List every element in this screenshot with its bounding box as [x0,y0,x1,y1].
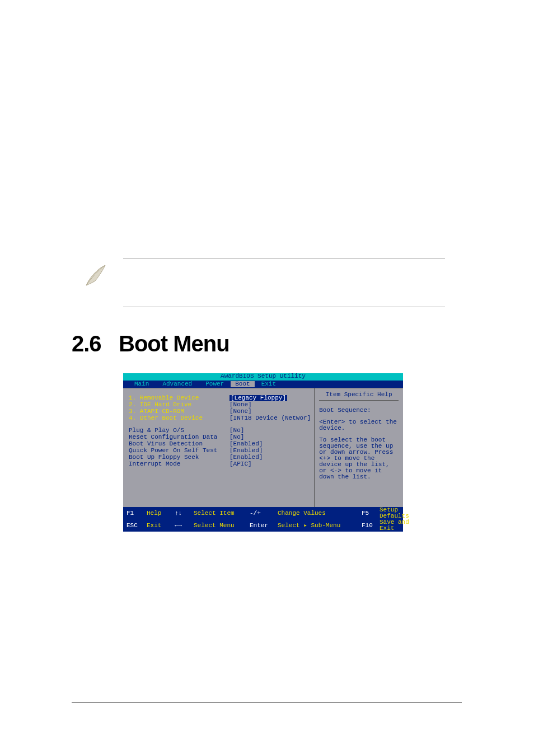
bios-title: AwardBIOS Setup Utility [123,373,403,381]
bios-help-panel: Item Specific Help Boot Sequence: <Enter… [315,388,403,507]
section-title: Boot Menu [119,331,229,356]
row-label[interactable]: Reset Configuration Data [129,434,229,440]
footer-label: Change Values [278,510,362,516]
footer-label: Select Item [194,510,250,516]
boot-row: 4. Other Boot Device[INT18 Device (Netwo… [129,415,311,421]
tab-exit[interactable]: Exit [255,381,283,387]
row-label[interactable]: 1. Removable Device [129,395,229,401]
row-value[interactable]: [APIC] [229,461,252,467]
row-value[interactable]: [Enabled] [229,448,263,454]
footer-key: F10 [362,523,380,529]
help-text-1: Boot Sequence: [319,407,399,414]
footer-label: Select ▸ Sub-Menu [278,523,362,529]
note-divider-top [123,259,445,259]
bios-screenshot: AwardBIOS Setup Utility Main Advanced Po… [123,373,403,532]
row-value[interactable]: [None] [229,402,252,408]
row-label[interactable]: Quick Power On Self Test [129,448,229,454]
footer-key: F1 [127,510,147,516]
footer-label: Help [147,510,175,516]
footer-key: -/+ [250,510,278,516]
footer-label: Setup Defaults [380,507,409,519]
bios-body: 1. Removable Device[Legacy Floppy] 2. ID… [123,388,403,507]
boot-row: 2. IDE Hard Drive[None] [129,402,311,408]
note-feather-icon [83,262,110,289]
footer-label: Exit [147,523,175,529]
row-label[interactable]: 4. Other Boot Device [129,415,229,421]
help-title: Item Specific Help [319,392,399,401]
row-value[interactable]: [No] [229,434,244,440]
footer-key: F5 [362,510,380,516]
tab-power[interactable]: Power [199,381,231,387]
row-label[interactable]: Boot Virus Detection [129,441,229,447]
boot-row: 1. Removable Device[Legacy Floppy] [129,395,311,401]
row-label[interactable]: Interrupt Mode [129,461,229,467]
bios-menubar: Main Advanced Power Boot Exit [123,381,403,388]
setting-row: Interrupt Mode[APIC] [129,461,311,467]
setting-row: Quick Power On Self Test[Enabled] [129,448,311,454]
help-text-3: To select the boot sequence, use the up … [319,437,399,480]
tab-main[interactable]: Main [128,381,156,387]
row-value[interactable]: [Enabled] [229,454,263,461]
setting-row: Reset Configuration Data[No] [129,434,311,440]
setting-row: Plug & Play O/S[No] [129,428,311,434]
setting-row: Boot Up Floppy Seek[Enabled] [129,454,311,461]
footer-label: Save and Exit [380,519,409,532]
row-label[interactable]: Plug & Play O/S [129,428,229,434]
footer-label: Select Menu [194,523,250,529]
row-value[interactable]: [Enabled] [229,441,263,447]
row-label[interactable]: 2. IDE Hard Drive [129,402,229,408]
bios-footer: F1 Help ↑↓ Select Item -/+ Change Values… [123,507,403,532]
row-label[interactable]: Boot Up Floppy Seek [129,454,229,461]
section-number: 2.6 [72,331,119,356]
help-text-2: <Enter> to select the device. [319,419,399,431]
row-value[interactable]: [INT18 Device (Networ] [229,415,311,421]
row-value[interactable]: [None] [229,408,252,415]
tab-boot[interactable]: Boot [231,381,254,387]
setting-row: Boot Virus Detection[Enabled] [129,441,311,447]
footer-key: ↑↓ [175,510,194,516]
section-heading: 2.6Boot Menu [72,331,229,356]
footer-key: ←→ [175,523,194,529]
row-value[interactable]: [No] [229,428,244,434]
boot-row: 3. ATAPI CD-ROM[None] [129,408,311,415]
footer-key: Enter [250,523,278,529]
footer-key: ESC [127,523,147,529]
page-footer-divider [72,702,462,703]
note-divider-bottom [123,307,445,307]
bios-main-panel: 1. Removable Device[Legacy Floppy] 2. ID… [123,388,315,507]
tab-advanced[interactable]: Advanced [156,381,199,387]
row-label[interactable]: 3. ATAPI CD-ROM [129,408,229,415]
row-value[interactable]: [Legacy Floppy] [229,395,287,401]
